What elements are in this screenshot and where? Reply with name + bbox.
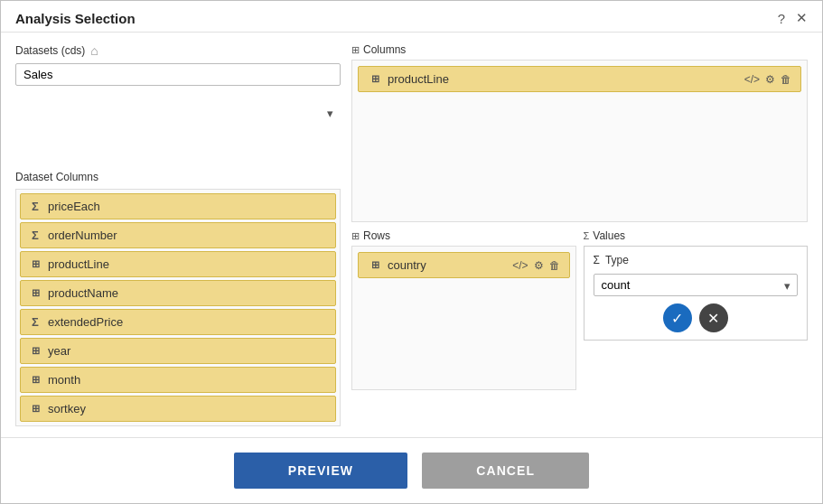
- analysis-selection-dialog: Analysis Selection ? ✕ Datasets (cds) ⌂ …: [0, 0, 823, 504]
- drop-item-label: country: [388, 258, 426, 272]
- rows-label: Rows: [363, 229, 390, 242]
- dataset-select-wrapper[interactable]: Sales: [15, 63, 341, 162]
- rows-grid-icon: ⊞: [351, 230, 360, 242]
- sigma-icon: Σ: [28, 315, 42, 329]
- columns-drop-zone[interactable]: ⊞ productLine </> ⚙ 🗑: [351, 60, 808, 222]
- code-icon[interactable]: </>: [744, 73, 760, 86]
- type-label: Type: [605, 254, 629, 266]
- column-label: month: [48, 373, 80, 387]
- values-section-label: Σ Values: [584, 229, 809, 242]
- type-select[interactable]: count sum average min max: [594, 274, 799, 296]
- column-label: extendedPrice: [48, 315, 123, 329]
- values-sigma-icon: Σ: [584, 230, 590, 241]
- drop-item[interactable]: ⊞ country </> ⚙ 🗑: [358, 252, 570, 278]
- sigma-icon: Σ: [28, 229, 42, 242]
- drop-item[interactable]: ⊞ productLine </> ⚙ 🗑: [358, 66, 801, 92]
- drop-item-actions: </> ⚙ 🗑: [512, 259, 559, 272]
- grid-icon: ⊞: [368, 259, 382, 271]
- columns-section-label: ⊞ Columns: [351, 43, 808, 56]
- list-item[interactable]: ⊞ sortkey: [20, 396, 336, 422]
- dataset-select[interactable]: Sales: [15, 63, 341, 86]
- columns-grid-icon: ⊞: [351, 44, 360, 56]
- grid-icon: ⊞: [28, 287, 42, 299]
- column-label: orderNumber: [48, 229, 117, 242]
- rows-section-label: ⊞ Rows: [351, 229, 576, 242]
- header-icons: ? ✕: [778, 10, 808, 26]
- grid-icon: ⊞: [28, 345, 42, 357]
- list-item[interactable]: ⊞ year: [20, 338, 336, 364]
- column-label: priceEach: [48, 200, 100, 213]
- dialog-title: Analysis Selection: [15, 11, 136, 26]
- rows-section: ⊞ Rows ⊞ country </> ⚙ 🗑: [351, 229, 576, 390]
- rows-drop-zone[interactable]: ⊞ country </> ⚙ 🗑: [351, 246, 576, 390]
- datasets-label: Datasets (cds): [15, 44, 85, 57]
- list-item[interactable]: Σ extendedPrice: [20, 309, 336, 335]
- grid-icon: ⊞: [368, 73, 382, 85]
- dialog-footer: PREVIEW CANCEL: [1, 437, 822, 503]
- delete-icon[interactable]: 🗑: [549, 259, 560, 272]
- values-section: Σ Values Σ Type count sum average: [584, 229, 809, 390]
- gear-icon[interactable]: ⚙: [765, 73, 775, 86]
- help-icon[interactable]: ?: [778, 11, 785, 26]
- home-icon[interactable]: ⌂: [90, 43, 98, 58]
- cancel-button[interactable]: CANCEL: [422, 453, 589, 489]
- right-panel: ⊞ Columns ⊞ productLine </> ⚙ 🗑: [351, 43, 808, 426]
- values-label: Values: [593, 229, 625, 242]
- dataset-columns-list: Σ priceEach Σ orderNumber ⊞ productLine …: [15, 189, 341, 426]
- drop-item-actions: </> ⚙ 🗑: [744, 73, 791, 86]
- values-type-row: Σ Type: [594, 254, 799, 266]
- values-cancel-button[interactable]: ✕: [699, 303, 728, 332]
- dataset-columns-label: Dataset Columns: [15, 171, 341, 183]
- sigma-icon-small: Σ: [594, 254, 600, 266]
- dialog-header: Analysis Selection ? ✕: [1, 1, 822, 33]
- type-select-wrapper[interactable]: count sum average min max: [594, 274, 799, 296]
- sigma-icon: Σ: [28, 200, 42, 213]
- list-item[interactable]: ⊞ productLine: [20, 251, 336, 277]
- left-panel: Datasets (cds) ⌂ Sales Dataset Columns Σ…: [15, 43, 341, 426]
- columns-section: ⊞ Columns ⊞ productLine </> ⚙ 🗑: [351, 43, 808, 222]
- columns-label: Columns: [363, 43, 406, 56]
- grid-icon: ⊞: [28, 374, 42, 386]
- values-actions: ✓ ✕: [594, 303, 799, 332]
- column-label: productLine: [48, 257, 109, 271]
- values-popup: Σ Type count sum average min max: [584, 246, 809, 341]
- bottom-sections: ⊞ Rows ⊞ country </> ⚙ 🗑: [351, 229, 808, 390]
- close-icon[interactable]: ✕: [796, 10, 808, 26]
- list-item[interactable]: Σ orderNumber: [20, 222, 336, 248]
- grid-icon: ⊞: [28, 258, 42, 270]
- column-label: sortkey: [48, 402, 86, 415]
- list-item[interactable]: ⊞ month: [20, 367, 336, 393]
- list-item[interactable]: ⊞ productName: [20, 280, 336, 306]
- column-label: year: [48, 344, 70, 358]
- delete-icon[interactable]: 🗑: [781, 73, 791, 86]
- preview-button[interactable]: PREVIEW: [234, 453, 407, 489]
- dialog-body: Datasets (cds) ⌂ Sales Dataset Columns Σ…: [1, 33, 822, 437]
- code-icon[interactable]: </>: [512, 259, 528, 272]
- drop-item-label: productLine: [388, 72, 449, 86]
- list-item[interactable]: Σ priceEach: [20, 193, 336, 219]
- dataset-selector-row: Datasets (cds) ⌂: [15, 43, 341, 58]
- gear-icon[interactable]: ⚙: [534, 259, 544, 272]
- column-label: productName: [48, 286, 118, 300]
- values-confirm-button[interactable]: ✓: [663, 303, 692, 332]
- grid-icon: ⊞: [28, 403, 42, 415]
